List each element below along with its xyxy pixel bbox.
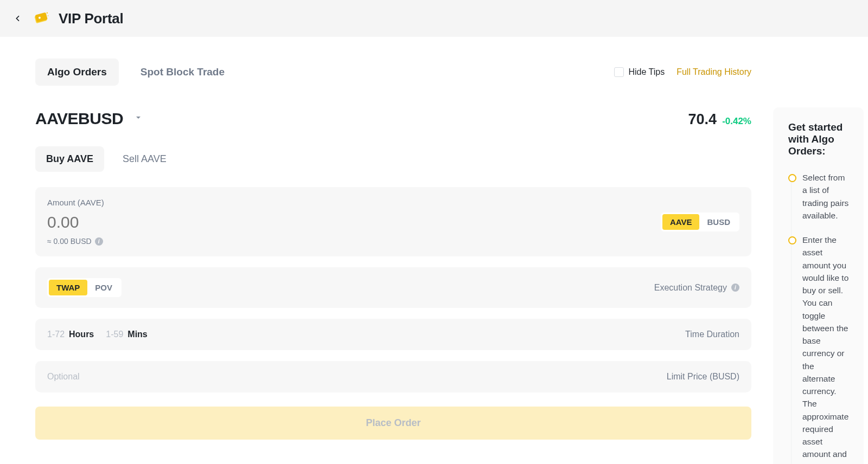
strategy-panel: TWAP POV Execution Strategy i bbox=[35, 267, 751, 308]
amount-label: Amount (AAVE) bbox=[47, 198, 739, 207]
strategy-toggle: TWAP POV bbox=[47, 278, 122, 297]
amount-panel: Amount (AAVE) AAVE BUSD ≈ 0.00 BUSD i bbox=[35, 187, 751, 256]
duration-label: Time Duration bbox=[685, 330, 739, 339]
tips-title: Get started with Algo Orders: bbox=[788, 121, 848, 157]
back-icon[interactable] bbox=[13, 14, 23, 23]
brand-icon bbox=[31, 9, 50, 28]
strategy-twap-button[interactable]: TWAP bbox=[49, 280, 87, 295]
info-icon[interactable]: i bbox=[95, 237, 103, 246]
duration-panel: 1-72 Hours 1-59 Mins Time Duration bbox=[35, 319, 751, 350]
page-title: VIP Portal bbox=[59, 10, 123, 27]
hours-hint[interactable]: 1-72 bbox=[47, 330, 65, 339]
amount-input[interactable] bbox=[47, 213, 210, 231]
buy-tab[interactable]: Buy AAVE bbox=[35, 146, 104, 172]
price-value: 70.4 bbox=[688, 111, 717, 128]
hours-unit: Hours bbox=[69, 330, 94, 339]
full-trading-history-link[interactable]: Full Trading History bbox=[676, 67, 751, 77]
topbar: VIP Portal bbox=[0, 0, 868, 37]
mins-hint[interactable]: 1-59 bbox=[106, 330, 123, 339]
tips-panel: Get started with Algo Orders: Select fro… bbox=[773, 107, 864, 464]
price-change: -0.42% bbox=[722, 116, 751, 127]
hide-tips-checkbox[interactable]: Hide Tips bbox=[614, 67, 665, 77]
pair-symbol: AAVEBUSD bbox=[35, 109, 123, 128]
checkbox-box-icon bbox=[614, 67, 624, 77]
svg-point-3 bbox=[47, 12, 48, 14]
chevron-down-icon bbox=[134, 113, 143, 124]
top-tabs-row: Algo Orders Spot Block Trade Hide Tips F… bbox=[35, 59, 751, 86]
hide-tips-label: Hide Tips bbox=[628, 67, 665, 77]
strategy-label: Execution Strategy bbox=[654, 283, 727, 293]
tips-item: Select from a list of trading pairs avai… bbox=[788, 171, 848, 222]
currency-aave-button[interactable]: AAVE bbox=[662, 214, 700, 230]
svg-point-4 bbox=[48, 15, 49, 16]
approx-value: ≈ 0.00 BUSD bbox=[47, 237, 92, 246]
limit-price-panel: Optional Limit Price (BUSD) bbox=[35, 361, 751, 392]
currency-busd-button[interactable]: BUSD bbox=[699, 214, 738, 230]
tab-spot-block-trade[interactable]: Spot Block Trade bbox=[141, 66, 225, 78]
info-icon[interactable]: i bbox=[731, 283, 739, 292]
pair-selector[interactable]: AAVEBUSD bbox=[35, 109, 143, 128]
price-display: 70.4 -0.42% bbox=[688, 111, 751, 128]
currency-toggle: AAVE BUSD bbox=[661, 212, 739, 231]
tab-algo-orders[interactable]: Algo Orders bbox=[35, 59, 119, 86]
tips-list: Select from a list of trading pairs avai… bbox=[788, 171, 848, 464]
mins-unit: Mins bbox=[127, 330, 147, 339]
place-order-button[interactable]: Place Order bbox=[35, 407, 751, 440]
sell-tab[interactable]: Sell AAVE bbox=[123, 146, 167, 172]
tips-item: Enter the asset amount you would like to… bbox=[788, 234, 848, 464]
strategy-pov-button[interactable]: POV bbox=[87, 280, 120, 295]
limit-price-input[interactable]: Optional bbox=[47, 372, 80, 382]
limit-price-label: Limit Price (BUSD) bbox=[667, 372, 739, 382]
